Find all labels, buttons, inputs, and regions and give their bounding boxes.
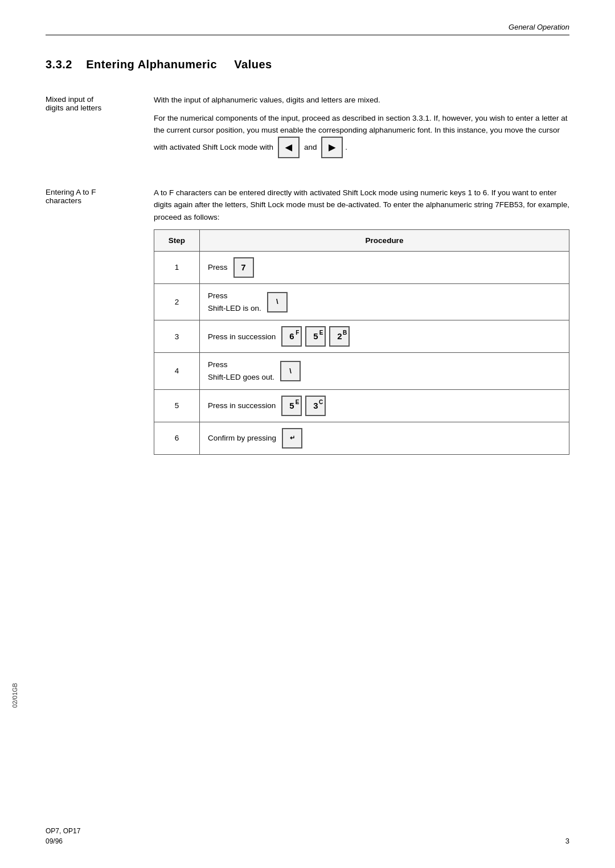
mixed-input-label-line1: Mixed input of bbox=[46, 95, 93, 104]
procedure-cell: Press7 bbox=[200, 252, 569, 284]
right-arrow-key: ▶ bbox=[321, 137, 343, 158]
section-title2: Values bbox=[234, 58, 272, 71]
step-cell: 3 bbox=[154, 320, 200, 353]
procedure-cell-inner: Press in succession5E3C bbox=[208, 396, 561, 416]
header: General Operation bbox=[46, 23, 569, 35]
footer-date: 09/96 bbox=[46, 837, 80, 845]
step-cell: 1 bbox=[154, 252, 200, 284]
action-text: Press bbox=[208, 261, 228, 274]
mixed-input-label: Mixed input of digits and letters bbox=[46, 94, 154, 164]
procedure-cell: PressShift-LED goes out.\ bbox=[200, 353, 569, 389]
key-button: \ bbox=[267, 292, 288, 312]
left-arrow-key: ◀ bbox=[278, 137, 300, 158]
procedure-cell: Press in succession5E3C bbox=[200, 389, 569, 422]
procedure-cell-inner: Press7 bbox=[208, 257, 561, 278]
table-row: 3Press in succession6F5E2B bbox=[154, 320, 569, 353]
col-procedure: Procedure bbox=[200, 229, 569, 252]
section-title: Entering Alphanumeric bbox=[86, 58, 217, 71]
section-number: 3.3.2 bbox=[46, 58, 72, 71]
table-row: 6Confirm by pressing↵ bbox=[154, 422, 569, 454]
procedure-cell-inner: Press in succession6F5E2B bbox=[208, 326, 561, 347]
procedure-cell-inner: Confirm by pressing↵ bbox=[208, 428, 561, 449]
entering-af-body: A to F characters can be entered directl… bbox=[154, 187, 569, 455]
mixed-input-label-line2: digits and letters bbox=[46, 104, 101, 112]
procedure-cell: Confirm by pressing↵ bbox=[200, 422, 569, 454]
col-step: Step bbox=[154, 229, 200, 252]
step-cell: 2 bbox=[154, 284, 200, 320]
key-button: 5E bbox=[281, 396, 302, 416]
footer-left: OP7, OP17 09/96 bbox=[46, 827, 80, 845]
entering-af-para1: A to F characters can be entered directl… bbox=[154, 187, 569, 224]
action-text: Confirm by pressing bbox=[208, 432, 276, 445]
step-cell: 4 bbox=[154, 353, 200, 389]
page-container: General Operation 3.3.2 Entering Alphanu… bbox=[0, 0, 615, 868]
step-cell: 5 bbox=[154, 389, 200, 422]
key-button: ↵ bbox=[282, 428, 302, 449]
key-group: \ bbox=[267, 292, 288, 312]
key-button: 7 bbox=[233, 257, 254, 278]
mixed-input-block: Mixed input of digits and letters With t… bbox=[46, 94, 569, 164]
mixed-input-para2: For the numerical components of the inpu… bbox=[154, 112, 569, 158]
mixed-input-body: With the input of alphanumeric values, d… bbox=[154, 94, 569, 164]
footer-page: 3 bbox=[565, 837, 569, 845]
entering-af-label: Entering A to F characters bbox=[46, 187, 154, 455]
key-group: \ bbox=[280, 361, 301, 381]
entering-af-label-line1: Entering A to F bbox=[46, 188, 96, 196]
footer-product: OP7, OP17 bbox=[46, 827, 80, 835]
key-group: 6F5E2B bbox=[281, 326, 350, 347]
action-text: Press in succession bbox=[208, 400, 276, 412]
section-heading: 3.3.2 Entering Alphanumeric Values bbox=[46, 58, 569, 71]
arrow-keys-group: ◀ and ▶ bbox=[278, 137, 343, 158]
header-title: General Operation bbox=[509, 23, 569, 31]
action-text: PressShift-LED is on. bbox=[208, 290, 261, 314]
key-button: 2B bbox=[329, 326, 350, 347]
key-button: \ bbox=[280, 361, 301, 381]
mixed-input-para1: With the input of alphanumeric values, d… bbox=[154, 94, 569, 106]
step-cell: 6 bbox=[154, 422, 200, 454]
key-button: 5E bbox=[305, 326, 326, 347]
entering-af-label-line2: characters bbox=[46, 196, 81, 205]
procedure-cell: PressShift-LED is on.\ bbox=[200, 284, 569, 320]
procedure-cell: Press in succession6F5E2B bbox=[200, 320, 569, 353]
entering-af-block: Entering A to F characters A to F charac… bbox=[46, 187, 569, 455]
key-button: 6F bbox=[281, 326, 302, 347]
action-text: Press in succession bbox=[208, 331, 276, 343]
table-row: 4PressShift-LED goes out.\ bbox=[154, 353, 569, 389]
procedure-cell-inner: PressShift-LED goes out.\ bbox=[208, 359, 561, 383]
key-group: ↵ bbox=[282, 428, 302, 449]
table-row: 1Press7 bbox=[154, 252, 569, 284]
key-button: 3C bbox=[305, 396, 326, 416]
key-group: 5E3C bbox=[281, 396, 326, 416]
action-text: PressShift-LED goes out. bbox=[208, 359, 274, 383]
procedure-cell-inner: PressShift-LED is on.\ bbox=[208, 290, 561, 314]
table-row: 2PressShift-LED is on.\ bbox=[154, 284, 569, 320]
side-label: 02/01GB bbox=[11, 683, 18, 707]
and-text: and bbox=[304, 141, 317, 154]
procedure-table: Step Procedure 1Press72PressShift-LED is… bbox=[154, 229, 569, 455]
table-row: 5Press in succession5E3C bbox=[154, 389, 569, 422]
footer: OP7, OP17 09/96 3 bbox=[46, 827, 569, 845]
key-group: 7 bbox=[233, 257, 254, 278]
